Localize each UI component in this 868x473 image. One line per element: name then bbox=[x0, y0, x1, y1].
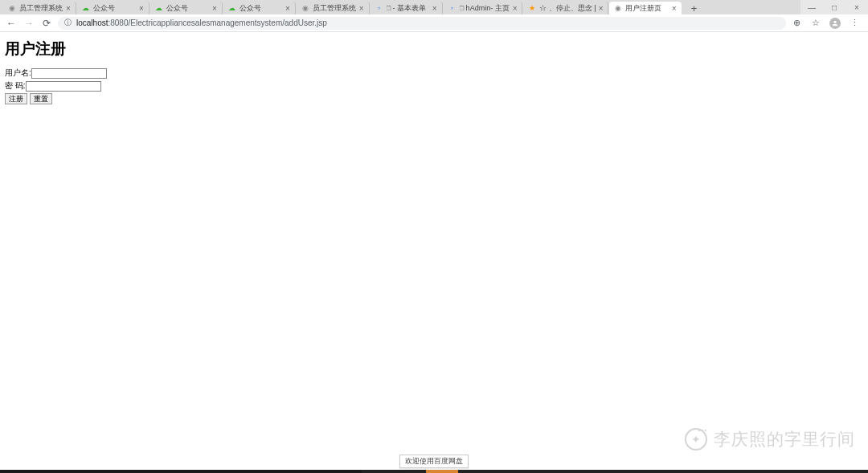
reload-button[interactable]: ⟳ bbox=[40, 17, 53, 30]
close-icon[interactable]: × bbox=[139, 4, 144, 13]
window-maximize-button[interactable]: □ bbox=[823, 0, 845, 14]
bookmark-star-icon[interactable]: ☆ bbox=[810, 18, 821, 29]
window-close-button[interactable]: × bbox=[845, 0, 868, 14]
url-host: localhost bbox=[76, 18, 108, 27]
password-label: 密 码: bbox=[5, 80, 26, 92]
url-port: :8080 bbox=[108, 18, 128, 27]
tab-strip: ◉ 员工管理系统 × ☁ 公众号 × ☁ 公众号 × ☁ 公众号 × ◉ 员工管… bbox=[0, 0, 868, 14]
page-icon: ▫ bbox=[375, 4, 383, 12]
tab-0[interactable]: ◉ 员工管理系统 × bbox=[3, 2, 76, 14]
toolbar-right: ⊕ ☆ ⋮ bbox=[791, 18, 863, 29]
tab-1[interactable]: ☁ 公众号 × bbox=[77, 2, 149, 14]
tab-7[interactable]: ★ ☆ 、停止、思念 [http:// × bbox=[523, 2, 608, 14]
wechat-icon: ✦••• bbox=[685, 428, 707, 451]
tab-6[interactable]: ▫ □ hAdmin- 主页 × bbox=[444, 2, 523, 14]
info-icon: ⓘ bbox=[64, 18, 72, 28]
close-icon[interactable]: × bbox=[672, 4, 677, 13]
watermark-text: 李庆照的字里行间 bbox=[714, 428, 855, 451]
submit-button[interactable]: 注册 bbox=[5, 93, 27, 104]
status-tooltip: 欢迎使用百度网盘 bbox=[399, 455, 469, 468]
address-bar: ← → ⟳ ⓘ localhost:8080/Electricappliance… bbox=[0, 14, 868, 32]
cloud-icon: ☁ bbox=[155, 4, 163, 12]
tab-5[interactable]: ▫ □ - 基本表单 × bbox=[371, 2, 443, 14]
close-icon[interactable]: × bbox=[285, 4, 290, 13]
tab-2[interactable]: ☁ 公众号 × bbox=[150, 2, 223, 14]
cloud-icon: ☁ bbox=[82, 4, 90, 12]
close-icon[interactable]: × bbox=[599, 4, 604, 13]
url-path: /Electricappliancesalesmanagementsystem/… bbox=[129, 18, 327, 27]
tab-8[interactable]: ◉ 用户注册页 × bbox=[609, 2, 682, 14]
tab-title: ☆ 、停止、思念 [http:// bbox=[539, 3, 595, 14]
page-title: 用户注册 bbox=[5, 39, 863, 59]
username-label: 用户名: bbox=[5, 67, 31, 79]
cloud-icon: ☁ bbox=[228, 4, 236, 12]
new-tab-button[interactable]: + bbox=[686, 2, 702, 14]
svg-point-0 bbox=[833, 20, 836, 22]
taskbar bbox=[0, 470, 868, 473]
tab-title: 员工管理系统 bbox=[313, 3, 356, 14]
globe-icon: ◉ bbox=[614, 4, 622, 12]
close-icon[interactable]: × bbox=[513, 4, 518, 13]
close-icon[interactable]: × bbox=[212, 4, 217, 13]
button-row: 注册 重置 bbox=[5, 93, 863, 104]
forward-button[interactable]: → bbox=[23, 17, 35, 30]
password-input[interactable] bbox=[26, 81, 101, 92]
window-controls: — □ × bbox=[800, 0, 868, 14]
tab-title: 公众号 bbox=[166, 3, 209, 14]
tab-title: □ hAdmin- 主页 bbox=[460, 3, 510, 14]
url-input[interactable]: ⓘ localhost:8080/Electricappliancesalesm… bbox=[58, 17, 786, 30]
globe-icon: ◉ bbox=[301, 4, 309, 12]
page-icon: ▫ bbox=[448, 4, 457, 12]
close-icon[interactable]: × bbox=[359, 4, 364, 13]
tab-title: 用户注册页 bbox=[625, 3, 668, 14]
back-button[interactable]: ← bbox=[5, 17, 18, 30]
tab-title: 公众号 bbox=[93, 3, 136, 14]
profile-avatar[interactable] bbox=[829, 18, 841, 29]
globe-icon: ◉ bbox=[8, 4, 16, 12]
username-row: 用户名: bbox=[5, 67, 863, 79]
search-icon[interactable]: ⊕ bbox=[791, 18, 802, 29]
tab-title: 员工管理系统 bbox=[19, 3, 63, 14]
page-content: 用户注册 用户名: 密 码: 注册 重置 bbox=[0, 32, 868, 111]
tab-4[interactable]: ◉ 员工管理系统 × bbox=[297, 2, 370, 14]
reset-button[interactable]: 重置 bbox=[30, 93, 52, 104]
username-input[interactable] bbox=[31, 68, 107, 79]
password-row: 密 码: bbox=[5, 80, 863, 92]
close-icon[interactable]: × bbox=[432, 4, 437, 13]
tab-3[interactable]: ☁ 公众号 × bbox=[223, 2, 296, 14]
tab-title: 公众号 bbox=[240, 3, 282, 14]
watermark: ✦••• 李庆照的字里行间 bbox=[685, 428, 855, 451]
star-icon: ★ bbox=[528, 4, 536, 12]
close-icon[interactable]: × bbox=[66, 4, 71, 13]
window-minimize-button[interactable]: — bbox=[800, 0, 823, 14]
tab-title: □ - 基本表单 bbox=[387, 3, 429, 14]
menu-icon[interactable]: ⋮ bbox=[849, 18, 860, 29]
